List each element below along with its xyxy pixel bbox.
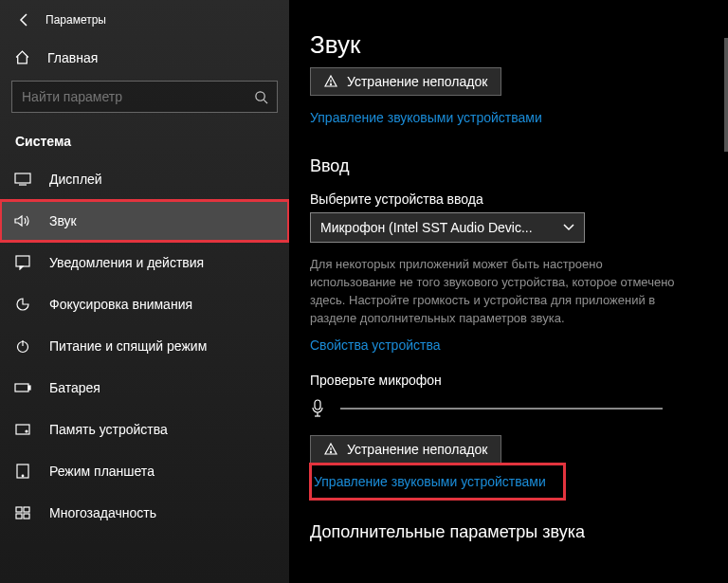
nav-label: Режим планшета <box>32 464 155 479</box>
nav-label: Память устройства <box>32 422 168 437</box>
nav-label: Дисплей <box>32 172 102 187</box>
svg-rect-12 <box>16 514 22 519</box>
nav-multitask[interactable]: Многозадачность <box>0 492 289 534</box>
nav-label: Уведомления и действия <box>32 255 204 270</box>
nav-tablet[interactable]: Режим планшета <box>0 450 289 492</box>
nav-power[interactable]: Питание и спящий режим <box>0 325 289 367</box>
test-mic-label: Проверьте микрофон <box>310 373 728 388</box>
window-title: Параметры <box>42 13 106 27</box>
notifications-icon <box>13 255 32 270</box>
nav-sound[interactable]: Звук <box>0 200 289 242</box>
select-value: Микрофон (Intel SST Audio Devic... <box>320 220 533 235</box>
section-label: Система <box>0 113 289 158</box>
svg-rect-1 <box>15 173 30 183</box>
svg-rect-13 <box>24 514 29 519</box>
svg-rect-10 <box>16 507 22 512</box>
display-icon <box>13 173 32 186</box>
warning-icon <box>324 75 337 88</box>
search-box[interactable] <box>11 81 278 113</box>
storage-icon <box>13 424 32 435</box>
troubleshoot-button-top[interactable]: Устранение неполадок <box>310 67 501 96</box>
svg-rect-5 <box>28 386 30 390</box>
svg-rect-6 <box>16 425 29 434</box>
page-title: Звук <box>310 0 728 67</box>
device-properties-link[interactable]: Свойства устройства <box>310 337 441 353</box>
home-nav[interactable]: Главная <box>0 40 289 75</box>
home-icon <box>13 49 30 65</box>
svg-point-7 <box>26 430 27 432</box>
warning-icon <box>324 443 337 456</box>
svg-rect-15 <box>315 400 320 410</box>
manage-devices-link-bottom[interactable]: Управление звуковыми устройствами <box>314 474 546 489</box>
nav-display[interactable]: Дисплей <box>0 158 289 200</box>
nav-battery[interactable]: Батарея <box>0 367 289 409</box>
input-device-select[interactable]: Микрофон (Intel SST Audio Devic... <box>310 212 585 243</box>
nav-focus[interactable]: Фокусировка внимания <box>0 283 289 325</box>
svg-rect-2 <box>16 256 29 266</box>
troubleshoot-button-bottom[interactable]: Устранение неполадок <box>310 435 501 464</box>
power-icon <box>13 338 32 354</box>
additional-heading: Дополнительные параметры звука <box>310 500 728 546</box>
svg-point-9 <box>22 475 24 477</box>
input-description: Для некоторых приложений может быть наст… <box>310 243 718 337</box>
titlebar: Параметры <box>0 0 289 40</box>
manage-devices-link-top[interactable]: Управление звуковыми устройствами <box>310 110 542 125</box>
home-label: Главная <box>30 50 98 65</box>
nav-list: Дисплей Звук Уведомления и действия Фоку… <box>0 158 289 583</box>
input-heading: Ввод <box>310 130 728 191</box>
input-select-label: Выберите устройства ввода <box>310 191 728 207</box>
button-label: Устранение неполадок <box>347 74 487 89</box>
nav-label: Батарея <box>32 380 100 395</box>
back-button[interactable] <box>8 3 42 37</box>
button-label: Устранение неполадок <box>347 442 487 457</box>
scrollbar[interactable] <box>724 0 728 583</box>
svg-rect-11 <box>24 507 29 512</box>
sound-icon <box>13 213 32 228</box>
mic-level-meter <box>340 408 663 410</box>
svg-rect-4 <box>15 384 28 392</box>
svg-point-0 <box>255 91 264 100</box>
search-icon <box>245 90 277 104</box>
nav-notifications[interactable]: Уведомления и действия <box>0 242 289 283</box>
battery-icon <box>13 382 32 393</box>
manage-devices-highlighted: Управление звуковыми устройствами <box>310 464 565 500</box>
nav-label: Фокусировка внимания <box>32 297 192 312</box>
sidebar: Параметры Главная Система Дисплей Звук У… <box>0 0 289 583</box>
focus-icon <box>13 297 32 312</box>
nav-label: Питание и спящий режим <box>32 338 207 354</box>
svg-point-14 <box>330 83 331 84</box>
main-content: Звук Устранение неполадок Управление зву… <box>289 0 728 583</box>
nav-storage[interactable]: Память устройства <box>0 409 289 450</box>
chevron-down-icon <box>563 224 574 231</box>
mic-test-row <box>310 393 728 435</box>
search-input[interactable] <box>12 89 245 104</box>
multitask-icon <box>13 506 32 519</box>
microphone-icon <box>310 399 325 418</box>
tablet-icon <box>13 464 32 479</box>
svg-point-16 <box>330 452 331 453</box>
nav-label: Многозадачность <box>32 505 156 520</box>
nav-label: Звук <box>32 213 77 228</box>
